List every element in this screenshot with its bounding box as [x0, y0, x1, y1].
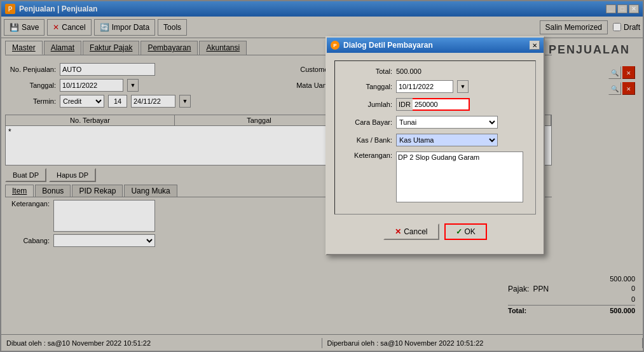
dialog-jumlah-row: Jumlah: IDR — [341, 98, 529, 111]
dialog-body: Total: 500.000 Tanggal: ▼ Jumlah: IDR — [327, 53, 544, 254]
main-window: P Penjualan | Penjualan _ □ ✕ 💾 Save ✕ C… — [0, 0, 644, 352]
dialog-tanggal-cal[interactable]: ▼ — [457, 80, 469, 93]
dialog-tanggal-row: Tanggal: ▼ — [341, 80, 529, 93]
dialog-cancel-label: Cancel — [404, 227, 427, 236]
ok-check-icon: ✓ — [456, 227, 462, 236]
dialog-cancel-button[interactable]: ✕ Cancel — [383, 223, 439, 240]
dialog-idr-prefix: IDR — [396, 98, 413, 111]
dialog-overlay — [1, 1, 643, 351]
dialog-footer: ✕ Cancel ✓ OK — [334, 221, 536, 246]
dialog-tanggal-input[interactable] — [396, 80, 453, 93]
dialog-tanggal-label: Tanggal: — [341, 83, 392, 90]
dialog-title-bar: P Dialog Detil Pembayaran ✕ — [327, 38, 544, 53]
dialog-total-label: Total: — [341, 67, 392, 75]
dialog-cara-bayar-row: Cara Bayar: Tunai Transfer Cek Giro — [341, 116, 529, 129]
dialog-ok-label: OK — [465, 227, 476, 236]
dialog-cara-bayar-select[interactable]: Tunai Transfer Cek Giro — [396, 116, 498, 129]
dialog-detil-pembayaran: P Dialog Detil Pembayaran ✕ Total: 500.0… — [325, 36, 545, 255]
dialog-cara-bayar-label: Cara Bayar: — [341, 118, 392, 126]
dialog-amount-container: IDR — [396, 98, 470, 111]
dialog-keterangan-row: Keterangan: DP 2 Slop Gudang Garam — [341, 151, 529, 202]
dialog-keterangan-textarea[interactable]: DP 2 Slop Gudang Garam — [396, 151, 523, 202]
dialog-total-row: Total: 500.000 — [341, 67, 529, 75]
dialog-keterangan-label: Keterangan: — [341, 151, 392, 159]
dialog-jumlah-label: Jumlah: — [341, 101, 392, 108]
dialog-jumlah-input[interactable] — [413, 98, 470, 111]
dialog-inner: Total: 500.000 Tanggal: ▼ Jumlah: IDR — [334, 60, 536, 215]
dialog-title-text: Dialog Detil Pembayaran — [343, 41, 433, 50]
dialog-kas-bank-label: Kas / Bank: — [341, 136, 392, 144]
dialog-close-button[interactable]: ✕ — [530, 41, 540, 50]
cancel-x-icon: ✕ — [395, 227, 401, 236]
dialog-total-value: 500.000 — [396, 67, 421, 75]
dialog-kas-bank-select[interactable]: Kas Utama Bank BCA Bank Mandiri — [396, 134, 498, 146]
dialog-icon: P — [331, 41, 339, 50]
dialog-ok-button[interactable]: ✓ OK — [444, 223, 487, 240]
dialog-kas-bank-row: Kas / Bank: Kas Utama Bank BCA Bank Mand… — [341, 134, 529, 146]
